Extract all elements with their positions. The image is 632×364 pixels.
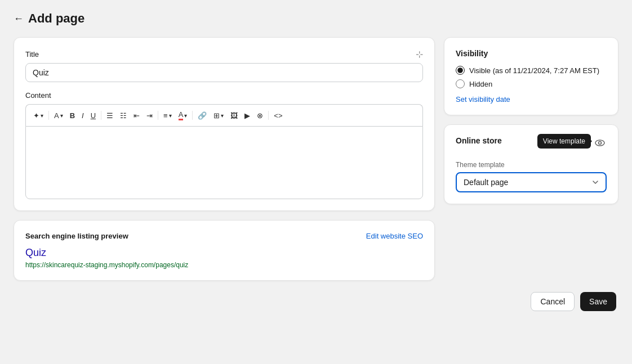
page-header: ← Add page: [14, 11, 618, 26]
underline-toolbar-btn[interactable]: U: [88, 109, 99, 122]
svg-point-1: [599, 142, 602, 145]
theme-template-label: Theme template: [456, 161, 607, 169]
toolbar-divider-4: [192, 111, 193, 120]
eye-icon: [594, 137, 606, 149]
align-btn[interactable]: ≡ ▾: [161, 109, 175, 122]
visible-option[interactable]: Visible (as of 11/21/2024, 7:27 AM EST): [456, 66, 607, 75]
hidden-option[interactable]: Hidden: [456, 79, 607, 88]
hidden-label: Hidden: [469, 80, 492, 88]
toolbar-divider-3: [158, 111, 158, 120]
online-store-title: Online store: [456, 136, 502, 145]
seo-header: Search engine listing preview Edit websi…: [25, 232, 423, 240]
font-toolbar-btn[interactable]: A ▾: [51, 109, 66, 122]
editor-body[interactable]: [25, 126, 423, 199]
svg-point-0: [595, 140, 604, 146]
toolbar-divider-5: [268, 111, 269, 120]
video-btn[interactable]: ▶: [242, 109, 253, 122]
title-input[interactable]: [25, 63, 423, 82]
visible-label: Visible (as of 11/21/2024, 7:27 AM EST): [469, 66, 599, 75]
visible-radio[interactable]: [456, 66, 465, 75]
seo-page-title[interactable]: Quiz: [25, 247, 423, 259]
magic-toolbar-btn[interactable]: ✦ ▾: [30, 109, 46, 122]
italic-toolbar-btn[interactable]: I: [79, 109, 87, 122]
seo-section-title: Search engine listing preview: [25, 232, 128, 240]
bullet-list-btn[interactable]: ☰: [104, 109, 116, 122]
bold-toolbar-btn[interactable]: B: [67, 109, 78, 122]
online-store-header: Online store View template: [456, 136, 607, 153]
online-store-card: Online store View template Theme templat…: [444, 124, 618, 204]
image-btn[interactable]: 🖼: [228, 109, 241, 122]
code-btn[interactable]: <>: [271, 109, 285, 122]
seo-card: Search engine listing preview Edit websi…: [14, 220, 435, 281]
content-label: Content: [25, 91, 423, 100]
title-label: Title: [25, 50, 39, 59]
block-btn[interactable]: ⊗: [254, 109, 266, 122]
set-visibility-link[interactable]: Set visibility date: [456, 95, 607, 104]
eye-btn-container: View template: [593, 136, 607, 152]
editor-toolbar: ✦ ▾ A ▾ B I U ☰: [25, 104, 423, 126]
visibility-card: Visibility Visible (as of 11/21/2024, 7:…: [444, 37, 618, 115]
footer-actions: Cancel Save: [14, 292, 618, 311]
edit-seo-link[interactable]: Edit website SEO: [366, 232, 423, 240]
view-template-tooltip: View template: [537, 134, 591, 149]
indent-in-btn[interactable]: ⇥: [144, 109, 155, 122]
font-color-btn[interactable]: A ▾: [176, 108, 190, 123]
table-btn[interactable]: ⊞ ▾: [211, 109, 226, 122]
link-btn[interactable]: 🔗: [195, 109, 210, 122]
title-label-row: Title ⊹: [25, 49, 423, 60]
save-button[interactable]: Save: [580, 292, 616, 311]
main-layout: Title ⊹ Content ✦ ▾ A ▾ B: [14, 37, 618, 281]
indent-out-btn[interactable]: ⇤: [131, 109, 143, 122]
theme-template-select[interactable]: Default page contact faq page: [456, 172, 607, 192]
toolbar-divider-1: [48, 111, 49, 120]
right-column: Visibility Visible (as of 11/21/2024, 7:…: [444, 37, 618, 204]
number-list-btn[interactable]: ☷: [117, 109, 130, 122]
seo-url: https://skincarequiz-staging.myshopify.c…: [25, 261, 423, 269]
toolbar-divider-2: [101, 111, 101, 120]
hidden-radio[interactable]: [456, 79, 465, 88]
visibility-title: Visibility: [456, 49, 607, 58]
title-content-card: Title ⊹ Content ✦ ▾ A ▾ B: [14, 37, 435, 211]
page-title: Add page: [28, 11, 84, 26]
left-column: Title ⊹ Content ✦ ▾ A ▾ B: [14, 37, 435, 281]
pin-icon[interactable]: ⊹: [416, 49, 423, 60]
back-button[interactable]: ←: [14, 13, 24, 25]
view-template-btn[interactable]: [593, 136, 607, 152]
cancel-button[interactable]: Cancel: [531, 292, 575, 311]
